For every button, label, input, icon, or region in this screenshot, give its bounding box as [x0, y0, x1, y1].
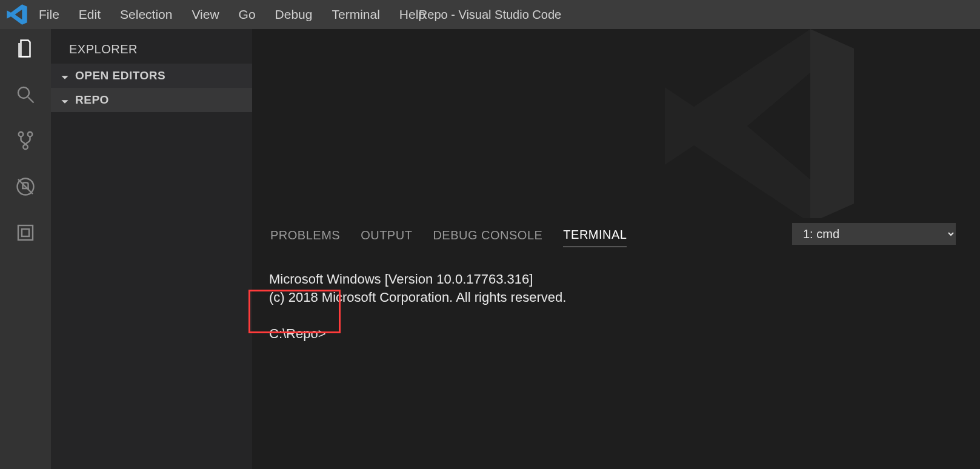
- section-open-editors[interactable]: OPEN EDITORS: [51, 64, 252, 88]
- menu-selection[interactable]: Selection: [110, 0, 182, 29]
- tab-terminal[interactable]: TERMINAL: [563, 221, 627, 247]
- terminal-line: (c) 2018 Microsoft Corporation. All righ…: [269, 290, 566, 305]
- debug-icon[interactable]: [13, 175, 38, 199]
- svg-point-1: [19, 132, 24, 137]
- activity-bar: [0, 29, 51, 469]
- search-icon[interactable]: [13, 82, 38, 107]
- terminal-selector-wrap: 1: cmd: [792, 223, 956, 245]
- chevron-down-icon: [61, 96, 69, 104]
- svg-point-3: [23, 145, 28, 150]
- chevron-down-icon: [61, 72, 69, 80]
- menu-debug[interactable]: Debug: [265, 0, 322, 29]
- vscode-watermark-icon: [641, 29, 883, 218]
- explorer-sidebar: EXPLORER OPEN EDITORS REPO: [51, 29, 252, 469]
- window-title: Repo - Visual Studio Code: [419, 8, 561, 22]
- menu-file[interactable]: File: [29, 0, 69, 29]
- terminal-prompt: C:\Repo>: [269, 326, 326, 341]
- editor-area: PROBLEMS OUTPUT DEBUG CONSOLE TERMINAL 1…: [252, 29, 980, 469]
- terminal-line: Microsoft Windows [Version 10.0.17763.31…: [269, 271, 533, 287]
- vscode-logo-icon: [5, 2, 29, 27]
- section-repo[interactable]: REPO: [51, 88, 252, 112]
- panel-tabs: PROBLEMS OUTPUT DEBUG CONSOLE TERMINAL 1…: [252, 219, 980, 249]
- source-control-icon[interactable]: [13, 128, 38, 153]
- menu-terminal[interactable]: Terminal: [322, 0, 389, 29]
- svg-point-0: [18, 87, 29, 98]
- menu-view[interactable]: View: [182, 0, 228, 29]
- svg-point-2: [28, 132, 33, 137]
- svg-rect-5: [18, 225, 33, 240]
- tab-output[interactable]: OUTPUT: [361, 221, 412, 247]
- svg-rect-6: [22, 229, 29, 236]
- terminal-selector[interactable]: 1: cmd: [792, 223, 956, 245]
- bottom-panel: PROBLEMS OUTPUT DEBUG CONSOLE TERMINAL 1…: [252, 218, 980, 469]
- editor-background: [252, 29, 980, 218]
- section-open-editors-label: OPEN EDITORS: [75, 69, 165, 82]
- menu-go[interactable]: Go: [229, 0, 265, 29]
- explorer-icon[interactable]: [13, 36, 38, 61]
- terminal-output[interactable]: Microsoft Windows [Version 10.0.17763.31…: [252, 249, 980, 469]
- titlebar: File Edit Selection View Go Debug Termin…: [0, 0, 980, 29]
- tab-debug-console[interactable]: DEBUG CONSOLE: [433, 221, 542, 247]
- section-repo-label: REPO: [75, 93, 109, 107]
- explorer-title: EXPLORER: [51, 29, 252, 64]
- menu-edit[interactable]: Edit: [69, 0, 110, 29]
- tab-problems[interactable]: PROBLEMS: [270, 221, 340, 247]
- extensions-icon[interactable]: [13, 221, 38, 245]
